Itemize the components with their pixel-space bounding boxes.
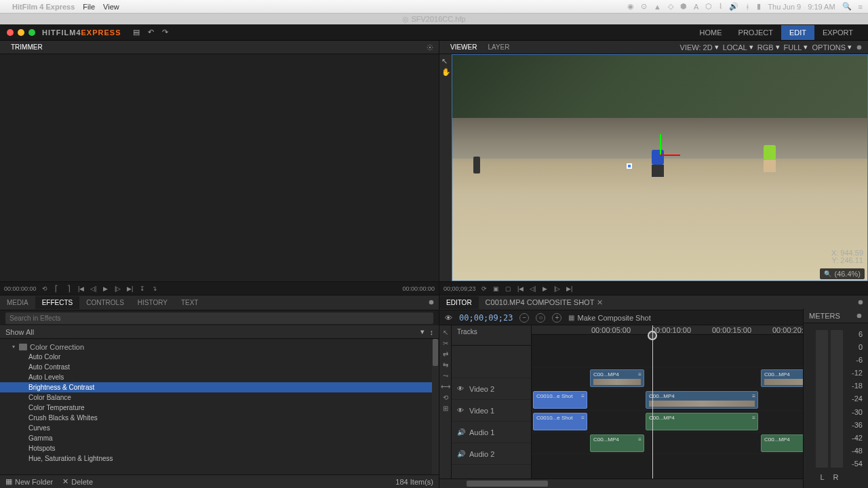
battery-icon[interactable]: ▮ <box>757 2 761 11</box>
overlay-icon[interactable]: ↴ <box>151 285 159 293</box>
tab-effects[interactable]: EFFECTS <box>35 296 80 309</box>
gear-icon[interactable] <box>856 312 863 319</box>
track-header-v2[interactable]: 👁Video 2 <box>452 378 531 400</box>
tab-history[interactable]: HISTORY <box>131 296 174 309</box>
redo-icon[interactable]: ↷ <box>162 28 168 37</box>
maximize-window[interactable] <box>28 29 35 36</box>
track-header-a1[interactable]: 🔊Audio 1 <box>452 422 531 443</box>
effect-item[interactable]: Curves <box>0 423 439 433</box>
timeline-timecode[interactable]: 00;00;09;23 <box>459 313 513 323</box>
ripple-tool[interactable]: ⤳ <box>441 371 450 380</box>
sort-icon[interactable]: ↕ <box>430 328 434 336</box>
tab-controls[interactable]: CONTROLS <box>79 296 131 309</box>
goto-start-icon[interactable]: |◀ <box>517 285 525 293</box>
status-icon[interactable]: ⬢ <box>680 2 687 11</box>
insert-icon[interactable]: ↧ <box>138 285 146 293</box>
clip[interactable]: C00...MP4≡ <box>590 434 644 452</box>
tab-file[interactable]: ◎ SFV2016CC.hfp <box>402 15 465 24</box>
close-window[interactable] <box>7 29 14 36</box>
effect-item[interactable]: Auto Levels <box>0 372 439 382</box>
effect-item[interactable]: Auto Color <box>0 352 439 362</box>
app-name[interactable]: HitFilm 4 Express <box>12 3 75 11</box>
search-icon[interactable]: 🔍 <box>842 2 852 11</box>
track-header-a2[interactable]: 🔊Audio 2 <box>452 443 531 465</box>
loop-icon[interactable]: ⟳ <box>480 285 488 293</box>
eye-icon[interactable]: 👁 <box>457 385 465 392</box>
close-icon[interactable]: ✕ <box>597 298 603 306</box>
minimize-window[interactable] <box>18 29 24 36</box>
status-icon[interactable]: ▲ <box>654 3 661 11</box>
zoom-fit-button[interactable]: ○ <box>536 313 545 323</box>
goto-end-icon[interactable]: ▶| <box>566 285 574 293</box>
select-tool[interactable]: ↖ <box>441 328 450 336</box>
effect-item[interactable]: Crush Blacks & Whites <box>0 413 439 423</box>
hand-tool-icon[interactable]: ✋ <box>441 68 450 76</box>
show-all-dropdown[interactable]: Show All▾ ↕ <box>0 325 439 339</box>
speaker-icon[interactable]: 🔊 <box>457 450 465 458</box>
tab-text[interactable]: TEXT <box>174 296 205 309</box>
undo-icon[interactable]: ↶ <box>148 28 154 37</box>
slice-tool[interactable]: ✂ <box>441 339 450 347</box>
effect-item[interactable]: Hue, Saturation & Lightness <box>0 453 439 464</box>
speaker-icon[interactable]: 🔊 <box>457 428 465 436</box>
snap-tool[interactable]: ⊞ <box>441 404 450 412</box>
menu-file[interactable]: File <box>83 3 95 11</box>
bluetooth-icon[interactable]: ᚼ <box>745 3 750 11</box>
next-frame-icon[interactable]: |▷ <box>114 285 122 293</box>
effect-item[interactable]: Color Balance <box>0 392 439 403</box>
dropbox-icon[interactable]: ⬡ <box>705 2 712 11</box>
tab-composite-shot[interactable]: C0010.MP4 COMPOSITE SHOT✕ <box>479 296 610 310</box>
clip[interactable]: C00...MP4≡ <box>590 369 644 387</box>
playhead[interactable] <box>652 325 653 479</box>
gear-icon[interactable] <box>428 299 435 306</box>
prev-frame-icon[interactable]: ◁| <box>90 285 98 293</box>
loop-icon[interactable]: ⟲ <box>41 285 49 293</box>
clip[interactable]: C00...MP4≡ <box>646 391 758 409</box>
menu-icon[interactable]: ≡ <box>859 3 863 11</box>
status-icon[interactable]: ⊙ <box>641 2 647 11</box>
viewer-canvas[interactable]: X: 944.59Y: 246.11 🔍 (46.4%) <box>452 54 868 281</box>
goto-end-icon[interactable]: ▶| <box>126 285 134 293</box>
effects-scrollbar[interactable] <box>432 339 439 474</box>
rate-tool[interactable]: ⟲ <box>441 393 450 401</box>
tab-project[interactable]: PROJECT <box>730 25 781 40</box>
clip[interactable]: C00...MP4≡ <box>646 413 758 430</box>
effect-item[interactable]: Auto Contrast <box>0 362 439 372</box>
quality-dropdown[interactable]: FULL ▾ <box>784 43 808 52</box>
next-frame-icon[interactable]: |▷ <box>553 285 561 293</box>
delete-button[interactable]: ✕ Delete <box>62 477 93 486</box>
volume-icon[interactable]: 🔊 <box>729 2 738 11</box>
slide-tool[interactable]: ⇆ <box>441 361 450 369</box>
zoom-in-button[interactable]: + <box>552 313 561 323</box>
color-dropdown[interactable]: RGB ▾ <box>757 43 780 52</box>
tab-edit[interactable]: EDIT <box>781 25 814 40</box>
play-icon[interactable]: ▶ <box>541 285 549 293</box>
effect-item[interactable]: Gamma <box>0 433 439 443</box>
folder-color-correction[interactable]: ▾ Color Correction <box>0 342 439 352</box>
space-dropdown[interactable]: LOCAL ▾ <box>723 43 753 52</box>
tab-editor[interactable]: EDITOR <box>439 296 479 309</box>
visibility-icon[interactable]: 👁 <box>445 314 452 322</box>
prev-frame-icon[interactable]: ◁| <box>529 285 537 293</box>
eye-icon[interactable]: 👁 <box>457 407 465 414</box>
layer-tab[interactable]: LAYER <box>482 41 515 53</box>
clock-date[interactable]: Thu Jun 9 <box>768 3 801 11</box>
status-icon[interactable]: ◇ <box>668 2 673 11</box>
tab-export[interactable]: EXPORT <box>814 25 861 40</box>
menu-view[interactable]: View <box>103 3 119 11</box>
goto-start-icon[interactable]: |◀ <box>77 285 85 293</box>
out-icon[interactable]: ▢ <box>505 285 513 293</box>
effect-item[interactable]: Hotspots <box>0 443 439 453</box>
save-icon[interactable]: ▤ <box>133 28 140 37</box>
status-icon[interactable]: A <box>694 3 698 11</box>
effect-item[interactable]: Color Temperature <box>0 403 439 413</box>
clock-time[interactable]: 9:19 AM <box>808 3 835 11</box>
status-icon[interactable]: ◉ <box>627 2 634 11</box>
view-mode-dropdown[interactable]: VIEW: 2D ▾ <box>680 43 719 52</box>
zoom-out-button[interactable]: − <box>519 313 529 323</box>
viewer-tab[interactable]: VIEWER <box>445 41 482 53</box>
gear-icon[interactable] <box>857 299 864 306</box>
effects-search-input[interactable] <box>5 312 433 324</box>
effect-item[interactable]: Brightness & Contrast <box>0 382 439 392</box>
new-folder-button[interactable]: ▦ New Folder <box>5 477 53 486</box>
